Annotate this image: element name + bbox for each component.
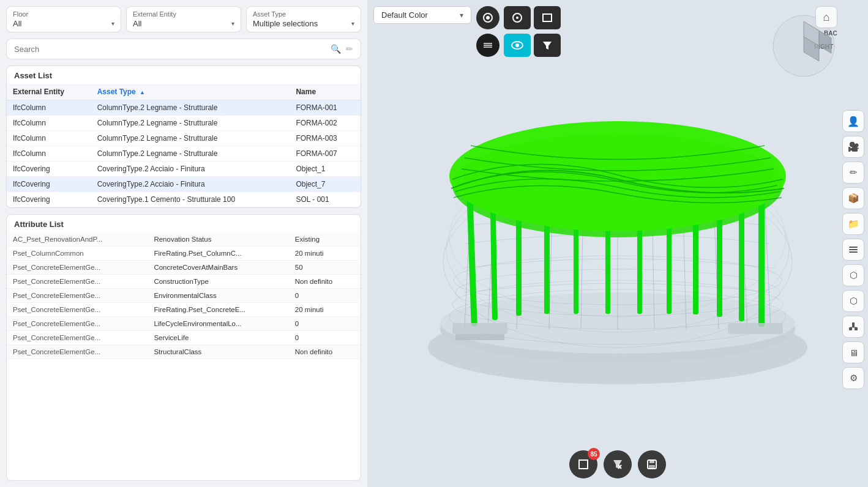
attr-value: Non definito bbox=[289, 275, 361, 289]
tree-button[interactable] bbox=[842, 316, 864, 338]
cell-asset-type: CoveringType.2 Acciaio - Finitura bbox=[91, 177, 290, 192]
nodes-button[interactable]: ⬡ bbox=[842, 290, 864, 312]
table-row[interactable]: IfcColumn ColumnType.2 Legname - Struttu… bbox=[7, 146, 361, 162]
cell-asset-type: ColumnType.2 Legname - Strutturale bbox=[91, 146, 290, 162]
folder-button[interactable]: 📁 bbox=[842, 213, 864, 235]
svg-rect-52 bbox=[849, 249, 858, 250]
attr-attribute: ConcreteCoverAtMainBars bbox=[148, 261, 288, 275]
attr-list-item[interactable]: Pset_ConcreteElementGe... LifeCycleEnvir… bbox=[7, 317, 361, 331]
table-row[interactable]: IfcCovering CoveringType.2 Acciaio - Fin… bbox=[7, 162, 361, 177]
floor-filter[interactable]: Floor All ▾ bbox=[6, 6, 121, 32]
save-icon bbox=[646, 458, 658, 470]
tree-icon bbox=[848, 321, 859, 332]
attr-list-item[interactable]: AC_Pset_RenovationAndP... Renovation Sta… bbox=[7, 232, 361, 247]
cube-side-button[interactable]: ⬡ bbox=[842, 264, 864, 286]
selection-badge: 85 bbox=[588, 448, 600, 460]
toolbar-grid bbox=[476, 6, 561, 58]
col-header-name[interactable]: Name bbox=[290, 84, 361, 100]
filter-button[interactable] bbox=[534, 34, 561, 57]
attr-list-body: AC_Pset_RenovationAndP... Renovation Sta… bbox=[7, 232, 361, 359]
attr-attribute: EnvironmentalClass bbox=[148, 289, 288, 303]
sort-arrow-icon: ▲ bbox=[140, 89, 145, 95]
table-row[interactable]: IfcCovering CoveringType.2 Acciaio - Fin… bbox=[7, 177, 361, 192]
attr-pset: Pset_ConcreteElementGe... bbox=[7, 289, 148, 303]
person-view-button[interactable]: 👤 bbox=[842, 110, 864, 132]
cell-name: FORMA-007 bbox=[290, 146, 361, 162]
color-dropdown[interactable]: Default Color ▾ bbox=[373, 6, 471, 24]
viewport[interactable]: Default Color ▾ bbox=[367, 0, 868, 487]
attr-value: 50 bbox=[289, 261, 361, 275]
attr-value: 0 bbox=[289, 317, 361, 331]
layers-icon bbox=[482, 12, 493, 23]
layers-side-button[interactable] bbox=[842, 239, 864, 261]
building-svg bbox=[410, 84, 826, 403]
attr-value: Existing bbox=[289, 232, 361, 247]
asset-type-chevron-icon: ▾ bbox=[351, 20, 354, 27]
monitor-button[interactable]: 🖥 bbox=[842, 341, 864, 363]
save-button[interactable] bbox=[638, 450, 666, 478]
search-input[interactable] bbox=[14, 45, 326, 54]
cell-asset-type: ColumnType.2 Legname - Strutturale bbox=[91, 116, 290, 131]
attr-pset: Pset_ColumnCommon bbox=[7, 247, 148, 261]
attr-value: 0 bbox=[289, 331, 361, 345]
attr-attribute: StructuralClass bbox=[148, 345, 288, 359]
floor-filter-value: All bbox=[13, 19, 21, 28]
color-dropdown-arrow-icon: ▾ bbox=[460, 11, 463, 20]
external-entity-filter[interactable]: External Entity All ▾ bbox=[126, 6, 241, 32]
attr-list-item[interactable]: Pset_ConcreteElementGe... ServiceLife 0 bbox=[7, 331, 361, 345]
filter-clear-button[interactable] bbox=[604, 450, 632, 478]
asset-list-table-container: External Entity Asset Type ▲ Name IfcCol… bbox=[7, 84, 361, 207]
svg-point-6 bbox=[515, 43, 519, 47]
asset-list-card: Asset List External Entity Asset Type ▲ … bbox=[6, 65, 361, 208]
attribute-list-title: Attribute List bbox=[7, 215, 361, 232]
asset-type-filter[interactable]: Asset Type Multiple selections ▾ bbox=[246, 6, 361, 32]
home-button[interactable]: ⌂ bbox=[815, 6, 837, 28]
right-side-toolbar: 👤 🎥 ✏ 📦 📁 ⬡ ⬡ 🖥 ⚙ bbox=[842, 110, 864, 389]
cell-external-entity: IfcColumn bbox=[7, 146, 91, 162]
attr-pset: Pset_ConcreteElementGe... bbox=[7, 331, 148, 345]
rect-select-icon bbox=[542, 13, 553, 23]
attr-list-item[interactable]: Pset_ConcreteElementGe... FireRating.Pse… bbox=[7, 303, 361, 317]
attr-list-item[interactable]: Pset_ColumnCommon FireRating.Pset_Column… bbox=[7, 247, 361, 261]
col-header-asset-type[interactable]: Asset Type ▲ bbox=[91, 84, 290, 100]
camera-button[interactable]: 🎥 bbox=[842, 136, 864, 158]
svg-rect-49 bbox=[455, 334, 504, 340]
table-row[interactable]: IfcColumn ColumnType.2 Legname - Struttu… bbox=[7, 131, 361, 146]
selection-button[interactable]: 85 bbox=[569, 450, 597, 478]
col-header-external-entity[interactable]: External Entity bbox=[7, 84, 91, 100]
rect-select-button[interactable] bbox=[534, 6, 561, 29]
table-row[interactable]: IfcColumn ColumnType.2 Legname - Struttu… bbox=[7, 100, 361, 116]
edit-icon[interactable]: ✏ bbox=[346, 44, 353, 54]
building-3d-view[interactable] bbox=[410, 84, 826, 403]
svg-point-43 bbox=[449, 121, 786, 231]
cell-external-entity: IfcCovering bbox=[7, 177, 91, 192]
edit-pencil-button[interactable]: ✏ bbox=[842, 162, 864, 184]
left-panel: Floor All ▾ External Entity All ▾ Asset … bbox=[0, 0, 367, 487]
search-icon: 🔍 bbox=[331, 44, 341, 54]
layers-button[interactable] bbox=[476, 6, 499, 29]
attr-attribute: FireRating.Pset_ColumnC... bbox=[148, 247, 288, 261]
cell-asset-type: CoveringType.1 Cemento - Strutturale 100 bbox=[91, 192, 290, 207]
target-button[interactable] bbox=[504, 6, 531, 29]
color-dropdown-label: Default Color bbox=[381, 10, 428, 20]
svg-rect-55 bbox=[849, 327, 852, 330]
asset-list-header-row: External Entity Asset Type ▲ Name bbox=[7, 84, 361, 100]
svg-rect-4 bbox=[543, 14, 552, 21]
box-button[interactable]: 📦 bbox=[842, 187, 864, 209]
svg-point-3 bbox=[516, 17, 518, 19]
table-row[interactable]: IfcColumn ColumnType.2 Legname - Struttu… bbox=[7, 116, 361, 131]
settings-button[interactable]: ⚙ bbox=[842, 367, 864, 389]
eye-button[interactable] bbox=[504, 34, 531, 57]
attr-pset: Pset_ConcreteElementGe... bbox=[7, 345, 148, 359]
selection-icon bbox=[577, 458, 589, 470]
attr-list-item[interactable]: Pset_ConcreteElementGe... ConstructionTy… bbox=[7, 275, 361, 289]
attr-list-item[interactable]: Pset_ConcreteElementGe... StructuralClas… bbox=[7, 345, 361, 359]
attr-list-item[interactable]: Pset_ConcreteElementGe... ConcreteCoverA… bbox=[7, 261, 361, 275]
table-row[interactable]: IfcCovering CoveringType.1 Cemento - Str… bbox=[7, 192, 361, 207]
attr-value: Non definito bbox=[289, 345, 361, 359]
cell-name: FORMA-002 bbox=[290, 116, 361, 131]
cell-asset-type: ColumnType.2 Legname - Strutturale bbox=[91, 100, 290, 116]
asset-type-filter-value: Multiple selections bbox=[253, 19, 318, 28]
attr-list-item[interactable]: Pset_ConcreteElementGe... EnvironmentalC… bbox=[7, 289, 361, 303]
hatch-button[interactable] bbox=[476, 34, 499, 57]
